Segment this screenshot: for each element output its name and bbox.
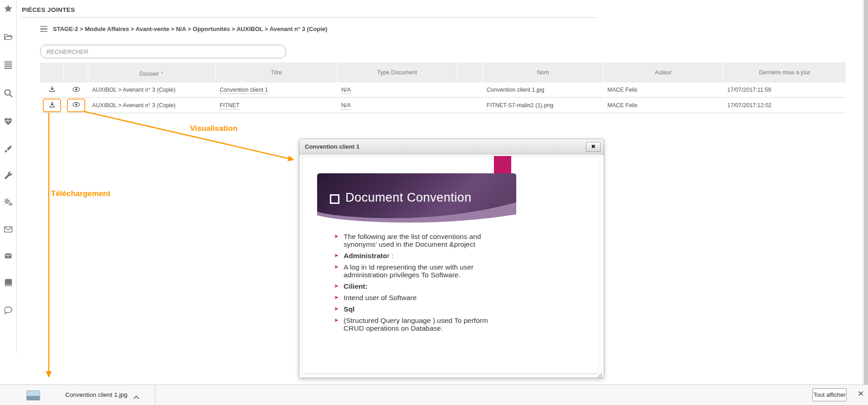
bullet-item: ➤Intend user of Software <box>334 294 509 301</box>
annotation-visualisation: Visualisation <box>190 124 238 133</box>
eye-icon[interactable] <box>72 87 80 93</box>
bullet-arrow-icon: ➤ <box>334 305 339 313</box>
dossier-cell: AUXIBOL > Avenant n° 3 (Copie) <box>88 87 216 93</box>
close-download-bar-icon[interactable]: ✕ <box>858 389 864 399</box>
preview-scrollbar-track[interactable] <box>303 374 598 374</box>
download-cell <box>40 99 64 112</box>
table-row: AUXIBOL > Avenant n° 3 (Copie) Conventio… <box>40 83 846 98</box>
modal-close-button[interactable]: ✖ <box>586 142 601 152</box>
page-scrollbar[interactable] <box>863 0 868 384</box>
document-preview: Document Convention ➤The following are t… <box>299 155 604 378</box>
slide-title: Document Convention <box>345 191 472 205</box>
titre-cell: FITNET <box>216 102 338 109</box>
bullet-item: ➤(Structured Query language ).used To pe… <box>334 317 509 332</box>
dossier-cell: AUXIBOL > Avenant n° 3 (Copie) <box>88 102 216 109</box>
bullet-item: ➤The following are the list of conventio… <box>334 233 509 248</box>
header-titre[interactable]: Titre <box>216 62 338 83</box>
mail-alt-icon[interactable] <box>3 251 13 261</box>
slide-bullet-list: ➤The following are the list of conventio… <box>334 233 509 336</box>
maj-cell: 17/07/2017:11:59 <box>724 87 846 93</box>
type-document-link[interactable]: N/A <box>341 87 351 94</box>
menu-icon[interactable] <box>40 26 47 32</box>
breadcrumb-text: STAGE-2 > Module Affaires > Avant-vente … <box>53 26 327 32</box>
wrench-icon[interactable] <box>3 171 13 181</box>
auteur-cell: MACE Felix <box>604 102 724 109</box>
header-download <box>40 62 64 83</box>
resize-grip-icon[interactable] <box>597 371 602 376</box>
breadcrumb: STAGE-2 > Module Affaires > Avant-vente … <box>40 26 327 32</box>
bullet-item: ➤A log in Id representing the user with … <box>334 263 509 279</box>
preview-modal: Convention client 1 ✖ Document Co <box>299 139 604 378</box>
bullet-arrow-icon: ➤ <box>334 233 339 248</box>
attachments-page: PIÈCES JOINTES STAGE-2 > Module Affaires… <box>0 0 868 405</box>
sidebar <box>0 0 17 354</box>
search-icon[interactable] <box>3 88 13 98</box>
page-title: PIÈCES JOINTES <box>22 6 75 13</box>
paint-brush-icon[interactable] <box>3 144 13 154</box>
download-highlight-box <box>43 99 61 112</box>
nom-cell: FITNET-S7-malin2 (1).png <box>483 102 604 109</box>
type-document-cell: N/A <box>338 102 457 109</box>
modal-title: Convention client 1 <box>299 139 604 154</box>
header-spacer <box>457 62 483 83</box>
visualisation-arrow <box>83 111 293 160</box>
image-thumbnail-icon <box>26 390 40 400</box>
annotation-telechargement: Téléchargement <box>51 189 110 198</box>
attachments-table: Dossier▲ Titre Type Document Nom Auteur … <box>40 62 846 113</box>
type-document-cell: N/A <box>338 87 457 93</box>
nom-cell: Convention client 1.jpg <box>483 87 604 93</box>
header-type-document[interactable]: Type Document <box>338 62 457 83</box>
bullet-arrow-icon: ➤ <box>334 263 339 279</box>
download-cell <box>40 86 64 94</box>
gears-icon[interactable] <box>3 197 13 207</box>
titre-link[interactable]: FITNET <box>220 102 240 109</box>
chevron-up-icon[interactable] <box>133 393 139 397</box>
eye-icon[interactable] <box>72 102 80 109</box>
title-divider <box>22 17 597 18</box>
download-separator <box>155 385 155 405</box>
bullet-arrow-icon: ➤ <box>334 317 339 332</box>
header-nom[interactable]: Nom <box>483 62 604 83</box>
bullet-arrow-icon: ➤ <box>334 282 339 290</box>
download-icon[interactable] <box>49 86 56 94</box>
modal-titlebar[interactable]: Convention client 1 ✖ <box>299 139 604 155</box>
book-icon[interactable] <box>3 278 13 288</box>
type-document-link[interactable]: N/A <box>341 102 351 109</box>
star-icon[interactable] <box>3 4 13 14</box>
header-auteur[interactable]: Auteur <box>604 62 724 83</box>
scrollbar-thumb[interactable] <box>864 0 868 384</box>
maj-cell: 17/07/2017:12:02 <box>724 102 846 109</box>
view-cell <box>64 86 88 93</box>
table-row: AUXIBOL > Avenant n° 3 (Copie) FITNET N/… <box>40 98 846 113</box>
bullet-item: ➤Administrator : <box>334 252 509 260</box>
download-icon[interactable] <box>49 101 56 109</box>
view-highlight-box <box>67 99 85 112</box>
show-all-downloads-button[interactable]: Tout afficher <box>812 388 847 401</box>
mail-icon[interactable] <box>3 224 13 234</box>
header-maj[interactable]: Dernière mise à jour <box>724 62 846 83</box>
heartbeat-icon[interactable] <box>3 116 13 126</box>
bullet-arrow-icon: ➤ <box>334 252 339 260</box>
header-dossier[interactable]: Dossier▲ <box>88 62 216 83</box>
table-header-row: Dossier▲ Titre Type Document Nom Auteur … <box>40 62 846 83</box>
sort-asc-icon: ▲ <box>160 70 164 74</box>
slide-title-bullet-icon <box>330 194 339 204</box>
chat-icon[interactable] <box>3 305 13 315</box>
list-icon[interactable] <box>3 60 13 70</box>
bullet-item: ➤Cilient: <box>334 282 509 290</box>
titre-link[interactable]: Convention client 1 <box>220 87 268 94</box>
folder-open-icon[interactable] <box>3 32 13 42</box>
titre-cell: Convention client 1 <box>216 87 338 93</box>
view-cell <box>64 99 88 112</box>
bullet-item: ➤Sql <box>334 305 509 313</box>
download-filename[interactable]: Convention client 1.jpg <box>65 385 128 405</box>
auteur-cell: MACE Felix <box>604 87 724 93</box>
search-input[interactable] <box>40 45 286 58</box>
header-view <box>64 62 88 83</box>
bullet-arrow-icon: ➤ <box>334 294 339 301</box>
browser-download-bar: Convention client 1.jpg Tout afficher ✕ <box>0 384 868 405</box>
